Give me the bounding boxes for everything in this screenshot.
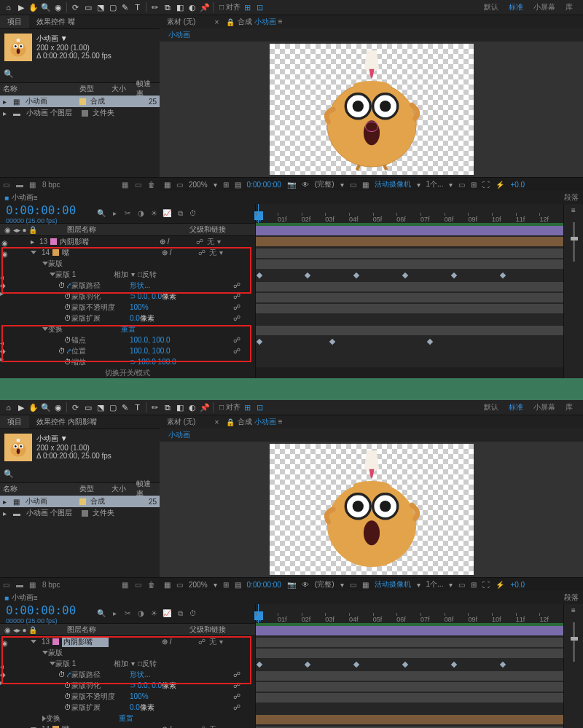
- search-icon[interactable]: 🔍: [3, 69, 14, 79]
- mask-1[interactable]: 蒙版 1相加 ▾ □ 反转: [0, 269, 255, 280]
- new-comp-icon[interactable]: ▦: [122, 181, 130, 189]
- project-tab[interactable]: 项目: [0, 15, 29, 28]
- grid-options-icon[interactable]: ⊞: [223, 181, 229, 189]
- resolution-dropdown[interactable]: (完整): [315, 179, 334, 189]
- mask-toggle-icon[interactable]: ▭: [176, 181, 183, 189]
- timecode[interactable]: 0:00:00:00: [0, 203, 82, 217]
- select-tool-icon[interactable]: ▶: [15, 2, 26, 13]
- prop-anchor[interactable]: ⏱ 锚点100.0, 100.0☍: [0, 334, 255, 345]
- hand-tool-icon[interactable]: ✋: [28, 2, 39, 13]
- svg-point-27: [380, 501, 391, 512]
- workspace-library[interactable]: 库: [566, 2, 573, 12]
- search-layer-icon[interactable]: 🔍: [96, 209, 106, 218]
- comp-name[interactable]: 小动画 ▼: [36, 34, 111, 44]
- workspace-default[interactable]: 默认: [484, 2, 498, 12]
- roi-icon[interactable]: ▭: [350, 181, 356, 189]
- snapshot-icon[interactable]: 📷: [287, 181, 296, 189]
- time-display[interactable]: 0:00:00:00: [247, 181, 281, 189]
- project-item-folder[interactable]: ▸▬ 小动画 个图层 文件夹: [0, 107, 160, 119]
- eraser-tool-icon[interactable]: ◧: [174, 2, 185, 13]
- clone-tool-icon[interactable]: ⧉: [162, 2, 173, 13]
- project-panel-2: 项目效果控件 内阴影嘴 小动画 ▼200 x 200 (1.00)Δ 0:00:…: [0, 415, 160, 591]
- canvas-checker[interactable]: [270, 44, 474, 175]
- comp-mini-icon[interactable]: ▸: [109, 209, 120, 218]
- col-name[interactable]: 名称: [3, 84, 65, 94]
- interpret-icon[interactable]: ▭: [3, 181, 12, 189]
- paragraph-tab[interactable]: 段落: [564, 192, 579, 203]
- pan-behind-icon[interactable]: ⬔: [95, 2, 106, 13]
- new-bin-icon[interactable]: ▬: [16, 181, 25, 189]
- group-masks[interactable]: 蒙版: [0, 258, 255, 269]
- layer-row-14[interactable]: ◉14嘴⊕ / ☍无 ▾: [0, 247, 255, 258]
- workspace-small[interactable]: 小屏幕: [533, 2, 555, 12]
- camera-dropdown[interactable]: 活动摄像机: [375, 179, 411, 189]
- layer-row-13[interactable]: ◉▸13内阴影嘴⊕ / ☍无 ▾: [0, 236, 255, 247]
- text-tool-icon[interactable]: T: [132, 2, 143, 13]
- pixel-aspect-icon[interactable]: ▭: [458, 181, 465, 189]
- prop-position[interactable]: ◂ ◆ ▸⏱⤤ 位置100.0, 100.0☍: [0, 345, 255, 356]
- shy-icon[interactable]: ✂: [122, 209, 133, 218]
- workspace-standard[interactable]: 标准: [509, 2, 523, 12]
- bpc-icon[interactable]: ▦: [29, 181, 38, 189]
- prop-mask-opacity[interactable]: ⏱ 蒙版不透明度100%☍: [0, 302, 255, 313]
- draft-3d-icon[interactable]: ⧉: [175, 209, 185, 218]
- zoom-slider[interactable]: [564, 219, 583, 266]
- col-fps[interactable]: 帧速率: [136, 79, 157, 99]
- render-time-icon[interactable]: ⏱: [188, 209, 198, 218]
- puppet-tool-icon[interactable]: 📌: [199, 2, 210, 13]
- shape-tool-icon[interactable]: ▢: [107, 2, 118, 13]
- graph-editor-icon[interactable]: 📈: [162, 209, 172, 218]
- bpc-label[interactable]: 8 bpc: [42, 181, 60, 189]
- pen-tool-icon[interactable]: ✎: [120, 2, 130, 13]
- col-type[interactable]: 类型: [79, 84, 107, 94]
- frame-blend-icon[interactable]: ◑: [136, 209, 146, 218]
- timeline-tab[interactable]: 小动画: [12, 192, 34, 203]
- prop-mask-path[interactable]: ◂ ◆ ▸⏱⤤ 蒙版路径形状...☍: [0, 280, 255, 291]
- brush-tool-icon[interactable]: ✏: [149, 2, 160, 13]
- layer-row-13-selected[interactable]: ◉13⊕ / ☍无 ▾: [0, 636, 255, 647]
- comp-duration: Δ 0:00:20:00, 25.00 fps: [36, 52, 111, 60]
- layer-tree: ◉▸13内阴影嘴⊕ / ☍无 ▾ ◉14嘴⊕ / ☍无 ▾ 蒙版 蒙版 1相加 …: [0, 236, 255, 378]
- new-folder-icon[interactable]: ▭: [135, 181, 144, 189]
- guides-icon[interactable]: ▤: [235, 181, 241, 189]
- orbit-tool-icon[interactable]: ◉: [52, 2, 63, 13]
- exposure-value[interactable]: +0.0: [510, 181, 525, 189]
- timeline-grid[interactable]: [256, 225, 563, 367]
- grid-icon[interactable]: ▦: [164, 181, 171, 189]
- trash-icon[interactable]: 🗑: [148, 181, 157, 189]
- zoom-value[interactable]: 200%: [189, 181, 208, 189]
- views-dropdown[interactable]: 1个...: [426, 179, 444, 189]
- home-icon[interactable]: ⌂: [3, 2, 14, 13]
- time-ruler[interactable]: 0f 01f02f 03f04f 05f06f 07f08f 09f10f 11…: [256, 204, 563, 225]
- viewer-footer: ▦ ▭ 200%▾ ⊞ ▤ 0:00:00:00 📷 👁 (完整)▾ ▭ ▦ 活…: [160, 177, 583, 191]
- switch-modes[interactable]: 切换开关/模式: [0, 367, 255, 378]
- prop-mask-expand[interactable]: ⏱ 蒙版扩展0.0 像素☍: [0, 313, 255, 324]
- col-size[interactable]: 大小: [111, 84, 132, 94]
- transparency-icon[interactable]: ▦: [362, 181, 369, 189]
- snap-edge-icon[interactable]: ⊞: [242, 2, 253, 13]
- zoom-tool-icon[interactable]: 🔍: [40, 2, 51, 13]
- roto-tool-icon[interactable]: ◐: [187, 2, 197, 13]
- rotate-tool-icon[interactable]: ⟳: [70, 2, 81, 13]
- col-parent[interactable]: 父级和链接: [189, 225, 226, 233]
- viewer-subtab[interactable]: 小动画: [164, 28, 195, 42]
- effect-controls-tab[interactable]: 效果控件 嘴: [29, 15, 82, 28]
- layer-name-input[interactable]: [62, 637, 109, 647]
- svg-point-12: [380, 101, 391, 111]
- camera-tool-icon[interactable]: ▭: [82, 2, 93, 13]
- lock-icon[interactable]: 🔒: [226, 18, 235, 26]
- timeline-panel-2: ■小动画 ≡段落 0:00:00:0000000 (25.00 fps) 🔍▸✂…: [0, 591, 583, 728]
- project-columns: 名称 类型 大小 帧速率: [0, 83, 160, 95]
- snap-center-icon[interactable]: ⊡: [254, 2, 265, 13]
- viewer-tab-comp[interactable]: 合成 小动画 ≡: [238, 17, 282, 27]
- motion-blur-icon[interactable]: ☀: [149, 209, 159, 218]
- snap-toggle[interactable]: □ 对齐: [219, 2, 240, 12]
- layer-row-14-b[interactable]: ◉14嘴⊕ / ☍无 ▾: [0, 724, 255, 728]
- prop-scale[interactable]: ⏱ 缩放⊃ 100.0 100.0: [0, 356, 255, 367]
- viewer-tab-footage[interactable]: 素材 (无): [160, 15, 203, 28]
- home-icon[interactable]: ⌂: [3, 402, 14, 413]
- show-snapshot-icon[interactable]: 👁: [302, 181, 309, 189]
- group-transform[interactable]: 变换重置: [0, 324, 255, 334]
- prop-mask-feather[interactable]: ⏱ 蒙版羽化⊃ 0.0, 0.0 像素☍: [0, 291, 255, 302]
- col-layer-name[interactable]: 图层名称: [67, 225, 96, 233]
